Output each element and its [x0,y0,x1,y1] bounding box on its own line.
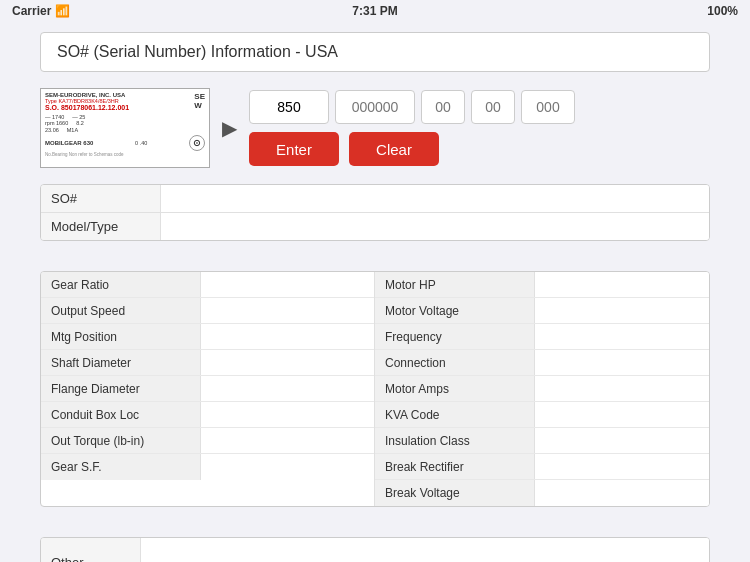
left-spec-value-0 [201,272,374,297]
left-spec-row: Output Speed [41,298,374,324]
specs-grid: Gear Ratio Output Speed Mtg Position Sha… [41,272,709,506]
carrier-label: Carrier [12,4,51,18]
right-spec-label-7: Break Rectifier [375,454,535,479]
status-bar-right: 100% [707,4,738,18]
right-spec-row: Break Rectifier [375,454,709,480]
input-fields-col: Enter Clear [249,90,575,166]
serial-field-1[interactable] [249,90,329,124]
left-specs-col: Gear Ratio Output Speed Mtg Position Sha… [41,272,375,506]
right-spec-row: Motor Amps [375,376,709,402]
left-spec-row: Gear Ratio [41,272,374,298]
right-spec-value-6 [535,428,709,453]
left-spec-row: Conduit Box Loc [41,402,374,428]
left-spec-row: Shaft Diameter [41,350,374,376]
right-spec-value-1 [535,298,709,323]
serial-field-2[interactable] [335,90,415,124]
nameplate-logo: SEW [194,92,205,110]
right-spec-label-8: Break Voltage [375,480,535,506]
info-row: Model/Type [41,213,709,240]
right-spec-value-8 [535,480,709,506]
enter-button[interactable]: Enter [249,132,339,166]
left-spec-value-1 [201,298,374,323]
serial-field-5[interactable] [521,90,575,124]
left-spec-row: Flange Diameter [41,376,374,402]
nameplate-bottom: MOBILGEAR 630 0 .40 ⊙ [45,135,205,151]
right-specs-col: Motor HP Motor Voltage Frequency Connect… [375,272,709,506]
right-spec-row: Frequency [375,324,709,350]
left-spec-row: Mtg Position [41,324,374,350]
specs-section: Gear Ratio Output Speed Mtg Position Sha… [40,271,710,507]
nameplate-so: S.O. 850178061.12.12.001 [45,104,129,111]
nameplate-badge: ⊙ [189,135,205,151]
right-spec-row: Motor Voltage [375,298,709,324]
left-spec-label-6: Out Torque (lb-in) [41,428,201,453]
nameplate-model: MOBILGEAR 630 [45,140,93,146]
right-spec-label-3: Connection [375,350,535,375]
left-spec-row: Gear S.F. [41,454,374,480]
left-spec-value-3 [201,350,374,375]
other-table: Other [40,537,710,562]
right-spec-row: Connection [375,350,709,376]
left-spec-value-4 [201,376,374,401]
left-spec-label-1: Output Speed [41,298,201,323]
right-spec-value-0 [535,272,709,297]
serial-field-3[interactable] [421,90,465,124]
right-spec-value-3 [535,350,709,375]
left-spec-label-4: Flange Diameter [41,376,201,401]
right-spec-label-6: Insulation Class [375,428,535,453]
left-spec-label-3: Shaft Diameter [41,350,201,375]
wifi-icon: 📶 [55,4,70,18]
page-content: SO# (Serial Number) Information - USA SE… [0,22,750,562]
info-value-1 [161,213,709,240]
info-row: SO# [41,185,709,213]
right-spec-label-4: Motor Amps [375,376,535,401]
left-spec-row: Out Torque (lb-in) [41,428,374,454]
status-bar-time: 7:31 PM [352,4,397,18]
nameplate-qty: 0 .40 [135,140,147,146]
left-spec-label-5: Conduit Box Loc [41,402,201,427]
left-spec-value-5 [201,402,374,427]
serial-input-row [249,90,575,124]
arrow-icon: ▶ [222,116,237,140]
right-spec-row: Break Voltage [375,480,709,506]
right-spec-value-5 [535,402,709,427]
battery-label: 100% [707,4,738,18]
info-table: SO# Model/Type [40,184,710,241]
right-spec-value-7 [535,454,709,479]
serial-field-4[interactable] [471,90,515,124]
button-row: Enter Clear [249,132,575,166]
nameplate-footer: No.Bearing Non refer to Schemas code [45,152,205,157]
other-label: Other [41,538,141,562]
other-row: Other [41,538,709,562]
info-value-0 [161,185,709,212]
right-spec-label-0: Motor HP [375,272,535,297]
right-spec-value-4 [535,376,709,401]
info-label-1: Model/Type [41,213,161,240]
left-spec-label-2: Mtg Position [41,324,201,349]
right-spec-row: Motor HP [375,272,709,298]
left-spec-label-0: Gear Ratio [41,272,201,297]
nameplate-fields: — 1740 — 25 rpm 1660 8.2 [45,114,205,126]
right-spec-label-5: KVA Code [375,402,535,427]
nameplate-section: SEM-EURODRIVE, INC. USA Type KA77/BDR83K… [40,88,710,168]
left-spec-value-7 [201,454,374,480]
right-spec-label-2: Frequency [375,324,535,349]
status-bar: Carrier 📶 7:31 PM 100% [0,0,750,22]
left-spec-label-7: Gear S.F. [41,454,201,480]
status-bar-left: Carrier 📶 [12,4,70,18]
clear-button[interactable]: Clear [349,132,439,166]
left-spec-value-2 [201,324,374,349]
nameplate-dates: 23.06 M1A [45,127,205,133]
left-spec-value-6 [201,428,374,453]
page-title: SO# (Serial Number) Information - USA [40,32,710,72]
nameplate-card: SEM-EURODRIVE, INC. USA Type KA77/BDR83K… [40,88,210,168]
right-spec-row: KVA Code [375,402,709,428]
right-spec-label-1: Motor Voltage [375,298,535,323]
info-label-0: SO# [41,185,161,212]
other-value [141,538,709,562]
right-spec-value-2 [535,324,709,349]
right-spec-row: Insulation Class [375,428,709,454]
